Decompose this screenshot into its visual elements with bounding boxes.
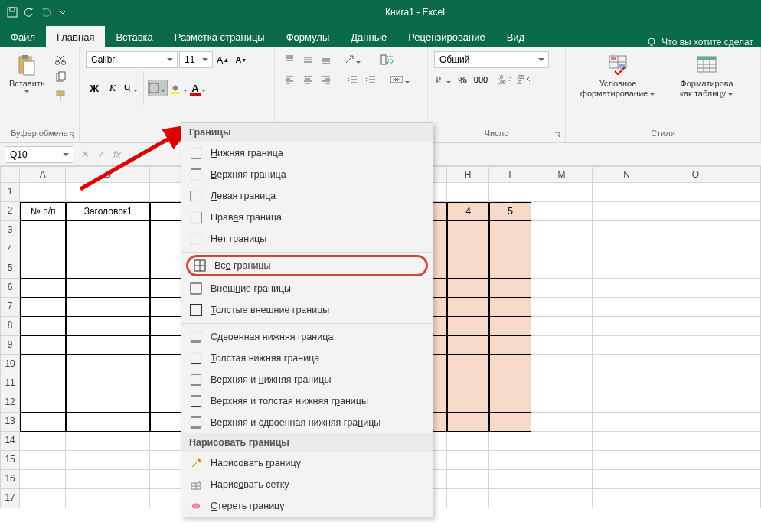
cell[interactable] xyxy=(661,259,730,279)
indent-increase-icon[interactable] xyxy=(362,71,379,88)
row-header[interactable]: 11 xyxy=(0,374,20,393)
tab-data[interactable]: Данные xyxy=(340,26,397,47)
cell[interactable] xyxy=(730,432,761,451)
cell[interactable] xyxy=(531,317,593,336)
row-header[interactable]: 2 xyxy=(0,202,20,221)
cell[interactable] xyxy=(20,355,66,374)
cell[interactable] xyxy=(489,374,531,393)
redo-icon[interactable] xyxy=(40,6,52,18)
cell[interactable] xyxy=(531,489,593,508)
cell[interactable] xyxy=(531,355,593,374)
row-header[interactable]: 13 xyxy=(0,413,20,432)
cell[interactable] xyxy=(20,451,66,470)
undo-icon[interactable] xyxy=(23,6,35,18)
tell-me[interactable]: Что вы хотите сделат xyxy=(646,37,761,47)
font-size-combo[interactable]: 11 xyxy=(179,51,213,68)
cell[interactable] xyxy=(489,336,531,355)
format-painter-icon[interactable] xyxy=(53,88,68,103)
cell[interactable] xyxy=(489,489,531,508)
cell[interactable] xyxy=(661,355,730,374)
cell[interactable] xyxy=(593,240,661,259)
cell[interactable] xyxy=(66,298,150,317)
tab-home[interactable]: Главная xyxy=(46,26,105,47)
cell[interactable] xyxy=(730,259,761,279)
cell[interactable] xyxy=(661,470,730,489)
cell[interactable] xyxy=(593,393,661,413)
cell[interactable] xyxy=(447,470,489,489)
cell[interactable] xyxy=(489,432,531,451)
cell[interactable] xyxy=(66,317,150,336)
cell[interactable] xyxy=(531,202,593,221)
border-option[interactable]: Сдвоенная нижняя граница xyxy=(181,326,433,348)
cell[interactable] xyxy=(489,298,531,317)
align-right-icon[interactable] xyxy=(318,71,335,88)
cell[interactable] xyxy=(531,432,593,451)
cell[interactable] xyxy=(66,413,150,432)
font-color-button[interactable]: A xyxy=(191,80,207,96)
col-header[interactable]: N xyxy=(593,166,661,183)
cell[interactable] xyxy=(489,221,531,240)
percent-icon[interactable]: % xyxy=(454,71,471,88)
cell[interactable] xyxy=(661,240,730,259)
cell[interactable] xyxy=(661,393,730,413)
row-header[interactable]: 10 xyxy=(0,355,20,374)
dialog-launcher-icon[interactable] xyxy=(554,131,563,140)
cell[interactable] xyxy=(20,298,66,317)
cell[interactable] xyxy=(661,432,730,451)
row-header[interactable]: 3 xyxy=(0,221,20,240)
row-header[interactable]: 6 xyxy=(0,279,20,298)
col-header[interactable]: H xyxy=(447,166,489,183)
cell[interactable] xyxy=(593,279,661,298)
cell[interactable] xyxy=(489,259,531,279)
col-header[interactable] xyxy=(730,166,761,183)
border-option[interactable]: Правая граница xyxy=(181,207,433,228)
col-header[interactable]: O xyxy=(661,166,730,183)
cell[interactable] xyxy=(66,221,150,240)
cell[interactable] xyxy=(447,279,489,298)
cell[interactable] xyxy=(661,183,730,202)
row-header[interactable]: 1 xyxy=(0,183,20,202)
align-middle-icon[interactable] xyxy=(299,51,316,68)
cell[interactable] xyxy=(531,470,593,489)
cell[interactable] xyxy=(661,279,730,298)
cell[interactable] xyxy=(593,221,661,240)
tab-layout[interactable]: Разметка страницы xyxy=(164,26,276,47)
cell[interactable]: 4 xyxy=(447,202,489,221)
cell[interactable]: 5 xyxy=(489,202,531,221)
row-header[interactable]: 7 xyxy=(0,298,20,317)
cell[interactable] xyxy=(20,336,66,355)
cell[interactable] xyxy=(593,489,661,508)
cell[interactable] xyxy=(489,183,531,202)
cell[interactable] xyxy=(593,374,661,393)
cell[interactable] xyxy=(447,489,489,508)
tab-review[interactable]: Рецензирование xyxy=(397,26,495,47)
bold-button[interactable]: Ж xyxy=(86,80,103,96)
tab-formulas[interactable]: Формулы xyxy=(276,26,341,47)
cell[interactable] xyxy=(730,413,761,432)
border-option[interactable]: Внешние границы xyxy=(181,278,433,299)
cell[interactable] xyxy=(730,451,761,470)
tab-file[interactable]: Файл xyxy=(0,26,46,47)
cell[interactable] xyxy=(730,489,761,508)
cell[interactable] xyxy=(593,470,661,489)
cell[interactable] xyxy=(20,259,66,279)
align-bottom-icon[interactable] xyxy=(318,51,335,68)
cell[interactable] xyxy=(661,317,730,336)
col-header[interactable]: M xyxy=(531,166,593,183)
align-left-icon[interactable] xyxy=(281,71,298,88)
col-header[interactable]: I xyxy=(489,166,531,183)
cell[interactable] xyxy=(730,298,761,317)
cell[interactable] xyxy=(66,451,150,470)
save-icon[interactable] xyxy=(6,6,18,18)
indent-decrease-icon[interactable] xyxy=(344,71,361,88)
cell[interactable] xyxy=(661,336,730,355)
border-option[interactable]: Левая граница xyxy=(181,185,433,207)
cell[interactable] xyxy=(20,470,66,489)
cell[interactable] xyxy=(730,183,761,202)
cell[interactable] xyxy=(66,432,150,451)
cell[interactable] xyxy=(531,259,593,279)
cell[interactable] xyxy=(593,336,661,355)
format-as-table-button[interactable]: Форматировакак таблицу xyxy=(668,51,745,100)
select-all-corner[interactable] xyxy=(0,166,20,183)
tab-insert[interactable]: Вставка xyxy=(105,26,163,47)
